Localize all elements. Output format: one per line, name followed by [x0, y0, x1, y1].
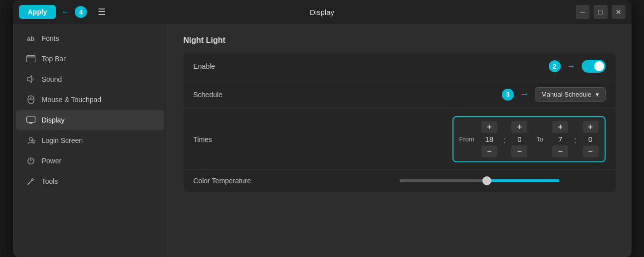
sidebar-item-display[interactable]: Display ↙ 1: [16, 110, 164, 130]
from-minutes-decrement[interactable]: −: [511, 145, 527, 157]
sidebar-label-display: Display: [42, 116, 65, 124]
schedule-label: Schedule: [194, 91, 502, 99]
hamburger-button[interactable]: ☰: [94, 4, 110, 19]
apply-arrow-icon: ←: [61, 7, 70, 16]
enable-control: 2 →: [549, 60, 606, 73]
annotation-2: 2: [549, 60, 561, 72]
sound-icon: [26, 74, 36, 84]
from-minutes-value: 0: [512, 135, 526, 143]
color-temp-row: Color Temperature: [184, 170, 616, 192]
sidebar-label-login: Login Screen: [42, 136, 83, 144]
sidebar: ab Fonts Top Bar Sound: [13, 24, 168, 257]
from-label: From: [459, 135, 474, 143]
sidebar-item-power[interactable]: Power: [16, 151, 164, 171]
power-icon: [26, 156, 36, 166]
minimize-button[interactable]: ─: [576, 5, 590, 19]
sidebar-label-fonts: Fonts: [42, 34, 59, 42]
content-area: ab Fonts Top Bar Sound: [13, 24, 632, 257]
times-widget: From + 18 − : + 0: [452, 116, 606, 162]
schedule-value: Manual Schedule: [541, 91, 591, 98]
annotation-3: 3: [502, 89, 514, 101]
enable-row: Enable 2 →: [184, 53, 616, 80]
color-temp-slider[interactable]: [400, 179, 559, 182]
from-hours-value: 18: [482, 135, 496, 143]
main-content: Night Light Enable 2 →: [168, 24, 632, 257]
display-icon: [26, 115, 36, 125]
close-button[interactable]: ✕: [612, 5, 626, 19]
schedule-dropdown[interactable]: Manual Schedule ▾: [535, 87, 605, 102]
schedule-chevron-icon: ▾: [596, 91, 599, 98]
sidebar-item-tools[interactable]: Tools: [16, 171, 164, 191]
svg-point-9: [29, 137, 32, 140]
from-hours-group: + 18 −: [481, 121, 497, 157]
schedule-arrow-icon: →: [520, 89, 529, 100]
sidebar-item-top-bar[interactable]: Top Bar: [16, 49, 164, 69]
window-title: Display: [310, 8, 334, 16]
from-hours-increment[interactable]: +: [481, 121, 497, 133]
to-colon: :: [574, 136, 576, 145]
to-hours-decrement[interactable]: −: [552, 145, 568, 157]
sidebar-item-fonts[interactable]: ab Fonts: [16, 28, 164, 48]
to-minutes-value: 0: [584, 135, 598, 143]
annotation-4: 4: [75, 6, 87, 18]
to-minutes-decrement[interactable]: −: [583, 145, 599, 157]
to-minutes-increment[interactable]: +: [583, 121, 599, 133]
svg-line-12: [28, 183, 29, 184]
titlebar-left: Apply ← 4 ☰: [19, 4, 110, 19]
titlebar: Apply ← 4 ☰ Display ─ □ ✕: [13, 0, 632, 24]
fonts-icon: ab: [26, 33, 36, 43]
from-minutes-group: + 0 −: [511, 121, 527, 157]
apply-button[interactable]: Apply: [19, 5, 56, 19]
to-hours-increment[interactable]: +: [552, 121, 568, 133]
times-row: Times From + 18 − :: [184, 109, 616, 170]
sidebar-label-sound: Sound: [42, 75, 62, 83]
times-control: From + 18 − : + 0: [452, 116, 606, 162]
svg-rect-6: [26, 117, 35, 123]
to-label: To: [536, 135, 543, 143]
to-minutes-group: + 0 −: [583, 121, 599, 157]
window-controls: ─ □ ✕: [576, 5, 626, 19]
sidebar-item-login[interactable]: Login Screen: [16, 130, 164, 150]
sidebar-label-power: Power: [42, 157, 62, 165]
tools-icon: [26, 176, 36, 186]
svg-marker-2: [27, 76, 31, 83]
enable-arrow-icon: →: [567, 61, 576, 72]
sidebar-label-tools: Tools: [42, 177, 58, 185]
login-icon: [26, 135, 36, 145]
from-hours-decrement[interactable]: −: [481, 145, 497, 157]
sidebar-label-top-bar: Top Bar: [42, 55, 66, 63]
enable-label: Enable: [194, 62, 549, 70]
enable-toggle[interactable]: [582, 60, 606, 73]
maximize-button[interactable]: □: [594, 5, 608, 19]
slider-container: [400, 179, 606, 182]
settings-card: Enable 2 → Schedule: [184, 53, 616, 192]
section-title: Night Light: [184, 36, 616, 45]
color-temp-label: Color Temperature: [194, 177, 400, 185]
schedule-control: 3 → Manual Schedule ▾: [502, 87, 605, 102]
sidebar-item-sound[interactable]: Sound: [16, 69, 164, 89]
from-colon: :: [503, 136, 505, 145]
schedule-row: Schedule 3 → Manual Schedule ▾: [184, 80, 616, 109]
times-label: Times: [194, 135, 452, 143]
mouse-icon: [26, 95, 36, 105]
to-hours-value: 7: [553, 135, 567, 143]
app-window: Apply ← 4 ☰ Display ─ □ ✕ ab Fonts: [13, 0, 632, 257]
to-hours-group: + 7 −: [552, 121, 568, 157]
svg-rect-1: [26, 56, 35, 58]
from-minutes-increment[interactable]: +: [511, 121, 527, 133]
sidebar-item-mouse[interactable]: Mouse & Touchpad: [16, 90, 164, 110]
sidebar-label-mouse: Mouse & Touchpad: [42, 96, 102, 104]
top-bar-icon: [26, 54, 36, 64]
